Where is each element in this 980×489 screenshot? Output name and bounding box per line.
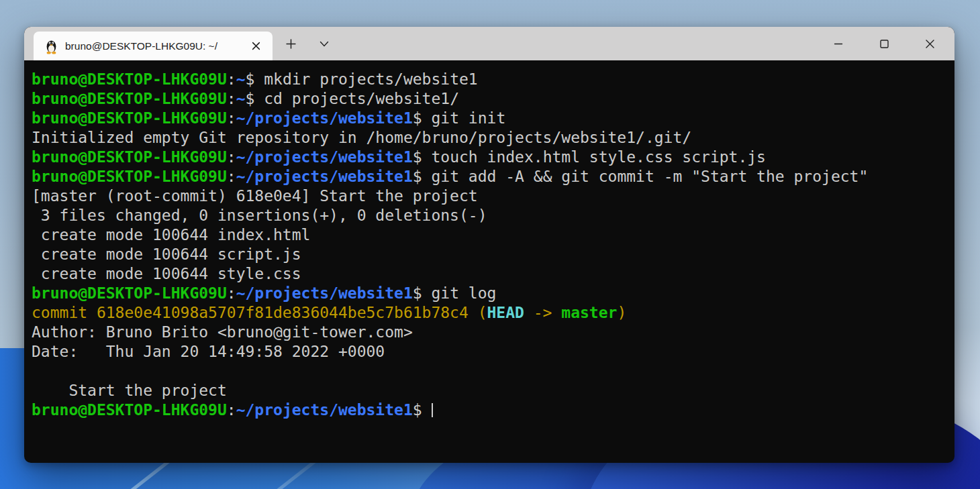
terminal-text-segment: bruno@DESKTOP-LHKG09U (32, 401, 227, 419)
terminal-text-segment: ~ (236, 70, 246, 88)
terminal-text-segment: git add -A && git commit -m "Start the p… (431, 168, 868, 185)
terminal-text-segment: ~/projects/website1 (236, 284, 413, 302)
terminal-cursor (432, 403, 433, 417)
terminal-text-segment: $ (413, 168, 432, 185)
terminal-text-segment: Start the project (32, 382, 227, 399)
close-icon (925, 39, 935, 49)
terminal-text-segment: $ (413, 148, 432, 166)
terminal-text-segment: create mode 100644 index.html (32, 226, 310, 243)
terminal-line: create mode 100644 script.js (32, 245, 947, 264)
terminal-line: bruno@DESKTOP-LHKG09U:~/projects/website… (32, 400, 947, 420)
terminal-line: commit 618e0e41098a5707f81de836044be5c7b… (32, 303, 947, 323)
terminal-text-segment: Initialized empty Git repository in /hom… (32, 129, 691, 146)
terminal-text-segment: Date: Thu Jan 20 14:49:58 2022 +0000 (32, 343, 385, 360)
terminal-text-segment: : (227, 70, 236, 88)
window-controls (823, 27, 954, 60)
terminal-text-segment: $ (413, 109, 432, 127)
terminal-text-segment: bruno@DESKTOP-LHKG09U (32, 70, 227, 88)
terminal-text-segment: : (227, 284, 236, 302)
terminal-text-segment: bruno@DESKTOP-LHKG09U (32, 284, 227, 302)
plus-icon (286, 39, 296, 49)
terminal-text-segment: bruno@DESKTOP-LHKG09U (32, 168, 227, 185)
terminal-text-segment: bruno@DESKTOP-LHKG09U (32, 148, 227, 166)
terminal-line: Date: Thu Jan 20 14:49:58 2022 +0000 (32, 342, 947, 362)
terminal-line: bruno@DESKTOP-LHKG09U:~/projects/website… (32, 284, 947, 303)
terminal-text-segment: -> (524, 304, 561, 321)
terminal-text-segment: HEAD (487, 304, 524, 321)
maximize-button[interactable] (869, 27, 899, 60)
terminal-text-segment: [master (root-commit) 618e0e4] Start the… (32, 187, 478, 205)
minimize-icon (834, 39, 843, 48)
terminal-text-segment: ~/projects/website1 (236, 148, 413, 166)
terminal-line: bruno@DESKTOP-LHKG09U:~/projects/website… (32, 109, 947, 128)
terminal-text-segment: create mode 100644 style.css (32, 265, 301, 282)
terminal-line (32, 362, 947, 381)
terminal-tab[interactable]: bruno@DESKTOP-LHKG09U: ~/ (34, 32, 273, 60)
terminal-line: Start the project (32, 381, 947, 400)
terminal-text-segment: ~/projects/website1 (236, 109, 413, 127)
terminal-text-segment: : (227, 401, 236, 419)
terminal-line: Initialized empty Git repository in /hom… (32, 128, 947, 148)
terminal-text-segment: 3 files changed, 0 insertions(+), 0 dele… (32, 207, 487, 224)
terminal-text-segment: bruno@DESKTOP-LHKG09U (32, 90, 227, 107)
terminal-text-segment: $ (413, 284, 432, 302)
terminal-text-segment: : (227, 168, 236, 185)
terminal-window: bruno@DESKTOP-LHKG09U: ~/ bruno@DESKTOP-… (24, 27, 954, 463)
terminal-output[interactable]: bruno@DESKTOP-LHKG09U:~$ mkdir projects/… (24, 60, 954, 429)
terminal-text-segment: ~ (236, 90, 246, 107)
terminal-line: [master (root-commit) 618e0e4] Start the… (32, 186, 947, 206)
terminal-line: 3 files changed, 0 insertions(+), 0 dele… (32, 206, 947, 225)
terminal-line: Author: Bruno Brito <bruno@git-tower.com… (32, 323, 947, 342)
titlebar[interactable]: bruno@DESKTOP-LHKG09U: ~/ (24, 27, 954, 60)
terminal-text-segment: bruno@DESKTOP-LHKG09U (32, 109, 227, 127)
terminal-text-segment: cd projects/website1/ (264, 90, 459, 107)
terminal-text-segment: Author: Bruno Brito <bruno@git-tower.com… (32, 323, 413, 341)
terminal-text-segment: ~/projects/website1 (236, 168, 413, 185)
terminal-text-segment: ~/projects/website1 (236, 401, 413, 419)
terminal-text-segment: mkdir projects/website1 (264, 70, 478, 88)
terminal-line: bruno@DESKTOP-LHKG09U:~$ cd projects/web… (32, 89, 947, 109)
terminal-text-segment: $ (246, 90, 264, 107)
terminal-text-segment: : (227, 90, 236, 107)
terminal-text-segment: commit 618e0e41098a5707f81de836044be5c7b… (32, 304, 487, 321)
terminal-line: bruno@DESKTOP-LHKG09U:~/projects/website… (32, 148, 947, 167)
maximize-icon (879, 39, 889, 49)
terminal-text-segment: : (227, 148, 236, 166)
terminal-text-segment: create mode 100644 script.js (32, 246, 301, 263)
tab-close-icon[interactable] (247, 38, 264, 55)
minimize-button[interactable] (823, 27, 854, 60)
terminal-text-segment: ) (617, 304, 626, 321)
terminal-text-segment: $ (246, 70, 264, 88)
terminal-text-segment: touch index.html style.css script.js (431, 148, 766, 166)
close-button[interactable] (914, 27, 945, 60)
tab-dropdown-button[interactable] (311, 33, 337, 54)
linux-tux-icon (44, 38, 58, 54)
terminal-line: create mode 100644 style.css (32, 264, 947, 284)
terminal-text-segment: : (227, 109, 236, 127)
terminal-line: bruno@DESKTOP-LHKG09U:~$ mkdir projects/… (32, 70, 947, 89)
chevron-down-icon (320, 41, 329, 47)
terminal-text-segment: git log (431, 284, 496, 302)
terminal-line: create mode 100644 index.html (32, 225, 947, 245)
terminal-text-segment: git init (431, 109, 505, 127)
terminal-line: bruno@DESKTOP-LHKG09U:~/projects/website… (32, 167, 947, 186)
tab-title: bruno@DESKTOP-LHKG09U: ~/ (65, 40, 240, 52)
terminal-text-segment: $ (413, 401, 432, 419)
new-tab-button[interactable] (278, 33, 303, 54)
terminal-text-segment: master (561, 304, 617, 321)
